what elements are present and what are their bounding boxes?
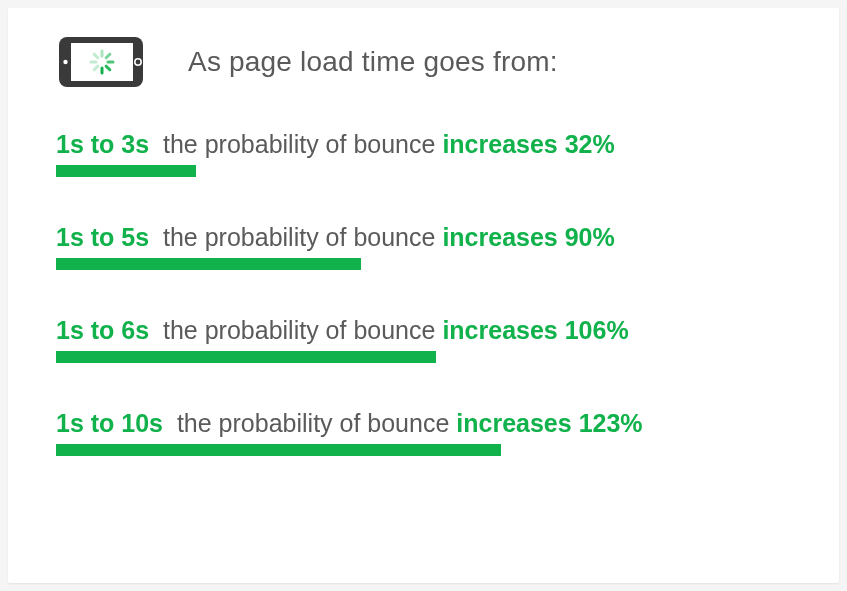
row-text: 1s to 6s the probability of bounce incre…	[56, 316, 791, 345]
data-bar	[56, 351, 436, 363]
data-bar	[56, 444, 501, 456]
time-range: 1s to 5s	[56, 223, 149, 251]
data-bar	[56, 165, 196, 177]
increase-value: 90%	[565, 223, 615, 251]
probability-label: the probability of bounce	[163, 130, 435, 158]
increase-label: increases 90%	[442, 223, 614, 251]
data-row: 1s to 5s the probability of bounce incre…	[56, 223, 791, 270]
probability-label: the probability of bounce	[163, 223, 435, 251]
increase-label: increases 123%	[456, 409, 642, 437]
svg-point-2	[63, 60, 67, 64]
svg-rect-1	[71, 43, 133, 81]
increase-value: 106%	[565, 316, 629, 344]
increase-label: increases 106%	[442, 316, 628, 344]
data-bar	[56, 258, 361, 270]
card-header: As page load time goes from:	[56, 34, 791, 90]
probability-label: the probability of bounce	[177, 409, 449, 437]
probability-label: the probability of bounce	[163, 316, 435, 344]
time-range: 1s to 3s	[56, 130, 149, 158]
phone-loading-icon	[56, 34, 146, 90]
increase-value: 32%	[565, 130, 615, 158]
increase-label: increases 32%	[442, 130, 614, 158]
svg-point-3	[135, 59, 141, 65]
increase-value: 123%	[579, 409, 643, 437]
page-title: As page load time goes from:	[188, 46, 558, 78]
row-text: 1s to 10s the probability of bounce incr…	[56, 409, 791, 438]
time-range: 1s to 6s	[56, 316, 149, 344]
row-text: 1s to 5s the probability of bounce incre…	[56, 223, 791, 252]
data-row: 1s to 3s the probability of bounce incre…	[56, 130, 791, 177]
time-range: 1s to 10s	[56, 409, 163, 437]
row-text: 1s to 3s the probability of bounce incre…	[56, 130, 791, 159]
data-row: 1s to 6s the probability of bounce incre…	[56, 316, 791, 363]
data-row: 1s to 10s the probability of bounce incr…	[56, 409, 791, 456]
info-card: As page load time goes from: 1s to 3s th…	[8, 8, 839, 583]
data-rows: 1s to 3s the probability of bounce incre…	[56, 130, 791, 456]
